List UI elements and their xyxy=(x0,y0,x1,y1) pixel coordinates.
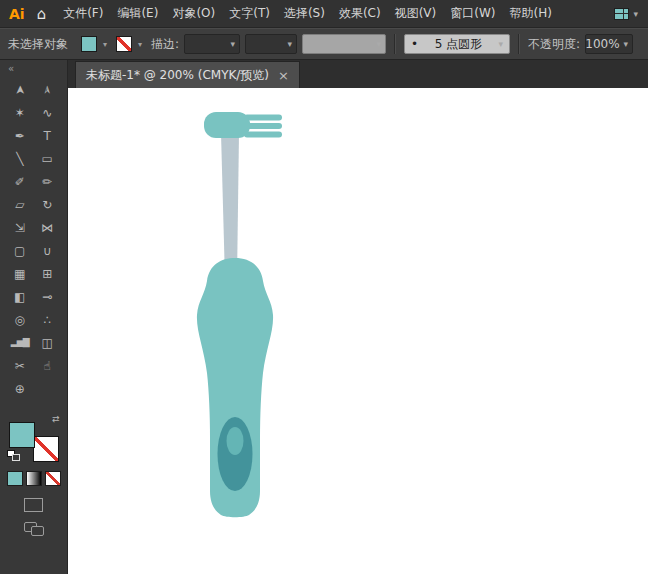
home-icon[interactable]: ⌂ xyxy=(35,5,57,23)
brush-definition-select[interactable]: • 5 点圆形 ▾ xyxy=(404,34,510,54)
none-button[interactable] xyxy=(45,471,61,486)
rectangle-tool[interactable]: ▭ xyxy=(34,147,62,170)
magic-wand-tool[interactable]: ✶ xyxy=(6,101,34,124)
screen-mode-front-icon xyxy=(31,526,44,536)
chevron-down-icon: ▾ xyxy=(633,9,638,19)
pen-tool[interactable]: ✒ xyxy=(6,124,34,147)
eraser-tool[interactable]: ▱ xyxy=(6,193,34,216)
zoom-tool[interactable]: ⊕ xyxy=(6,377,34,400)
workspace: « ➤ ➢ ✶ ∿ ✒ T ╲ ▭ ✐ ✏ ▱ ↻ ⇲ ⋈ ▢ ∪ ▦ ⊞ ◧ xyxy=(0,60,648,574)
line-segment-icon: ╲ xyxy=(16,153,23,165)
scale-icon: ⇲ xyxy=(15,222,25,234)
line-segment-tool[interactable]: ╲ xyxy=(6,147,34,170)
draw-normal-button[interactable] xyxy=(24,498,43,512)
default-fill-stroke-icon[interactable] xyxy=(7,450,20,461)
menu-object[interactable]: 对象(O) xyxy=(165,0,222,27)
canvas[interactable] xyxy=(68,88,648,574)
close-icon[interactable]: × xyxy=(278,69,289,82)
column-graph-tool[interactable]: ▂▅▇ xyxy=(6,331,34,354)
menu-edit[interactable]: 编辑(E) xyxy=(110,0,165,27)
selection-arrow-icon: ➤ xyxy=(14,84,26,94)
scale-tool[interactable]: ⇲ xyxy=(6,216,34,239)
swap-fill-stroke-icon[interactable]: ⇄ xyxy=(52,414,60,424)
hand-icon: ☝ xyxy=(44,360,51,372)
menu-type[interactable]: 文字(T) xyxy=(222,0,277,27)
eyedropper-icon: ⊸ xyxy=(42,291,52,303)
pencil-tool[interactable]: ✏ xyxy=(34,170,62,193)
type-tool[interactable]: T xyxy=(34,124,62,147)
tool-grid: ➤ ➢ ✶ ∿ ✒ T ╲ ▭ ✐ ✏ ▱ ↻ ⇲ ⋈ ▢ ∪ ▦ ⊞ ◧ ⊸ xyxy=(0,76,67,400)
power-button-inner[interactable] xyxy=(227,427,244,455)
paintbrush-tool[interactable]: ✐ xyxy=(6,170,34,193)
toothbrush-neck[interactable] xyxy=(221,133,239,280)
direct-selection-tool[interactable]: ➢ xyxy=(34,78,62,101)
eyedropper-tool[interactable]: ⊸ xyxy=(34,285,62,308)
menu-view[interactable]: 视图(V) xyxy=(388,0,444,27)
chevron-down-icon: ▾ xyxy=(624,39,629,49)
slice-tool[interactable]: ✂ xyxy=(6,354,34,377)
stroke-color-swatch[interactable] xyxy=(116,36,132,52)
variable-width-profile-select[interactable]: ▾ xyxy=(302,34,386,54)
symbol-sprayer-icon: ∴ xyxy=(43,314,51,326)
screen-mode-button[interactable] xyxy=(24,522,44,536)
chevron-down-icon: ▾ xyxy=(377,39,382,49)
menu-window[interactable]: 窗口(W) xyxy=(443,0,502,27)
artboard-tool[interactable]: ◫ xyxy=(34,331,62,354)
app-logo: Ai xyxy=(0,6,35,22)
chevron-down-icon: ▾ xyxy=(231,39,236,49)
free-transform-tool[interactable]: ▢ xyxy=(6,239,34,262)
gradient-button[interactable] xyxy=(26,471,42,486)
chevron-down-icon: ▾ xyxy=(288,39,293,49)
gradient-tool[interactable]: ◧ xyxy=(6,285,34,308)
control-bar: 未选择对象 ▾ ▾ 描边: ▾ ▾ ▾ • 5 点圆形 ▾ 不透明度: 100%… xyxy=(0,28,648,60)
gradient-icon: ◧ xyxy=(14,291,25,303)
width-tool[interactable]: ⋈ xyxy=(34,216,62,239)
hand-tool[interactable]: ☝ xyxy=(34,354,62,377)
opacity-select[interactable]: 100% ▾ xyxy=(585,34,633,54)
shape-builder-tool[interactable]: ∪ xyxy=(34,239,62,262)
menu-bar: Ai ⌂ 文件(F) 编辑(E) 对象(O) 文字(T) 选择(S) 效果(C)… xyxy=(0,0,648,28)
stroke-width-select[interactable]: ▾ xyxy=(184,34,240,54)
pen-icon: ✒ xyxy=(15,130,25,142)
width-icon: ⋈ xyxy=(41,222,53,234)
collapse-panel-icon[interactable]: « xyxy=(0,60,67,76)
stroke-profile-select[interactable]: ▾ xyxy=(245,34,297,54)
menu-effect[interactable]: 效果(C) xyxy=(332,0,388,27)
selection-tool[interactable]: ➤ xyxy=(6,78,34,101)
color-button[interactable] xyxy=(7,471,23,486)
eraser-icon: ▱ xyxy=(15,199,24,211)
direct-selection-arrow-icon: ➢ xyxy=(41,84,53,94)
fill-color-swatch[interactable] xyxy=(81,36,97,52)
divider xyxy=(518,34,520,54)
workspace-icon xyxy=(614,8,629,20)
perspective-grid-tool[interactable]: ▦ xyxy=(6,262,34,285)
workspace-switcher[interactable]: ▾ xyxy=(614,8,648,20)
brush-definition-value: 5 点圆形 xyxy=(435,36,482,53)
menu-file[interactable]: 文件(F) xyxy=(56,0,110,27)
tools-panel: « ➤ ➢ ✶ ∿ ✒ T ╲ ▭ ✐ ✏ ▱ ↻ ⇲ ⋈ ▢ ∪ ▦ ⊞ ◧ xyxy=(0,60,68,574)
rectangle-icon: ▭ xyxy=(42,153,53,165)
chevron-down-icon[interactable]: ▾ xyxy=(103,40,107,49)
rotate-icon: ↻ xyxy=(42,199,52,211)
lasso-tool[interactable]: ∿ xyxy=(34,101,62,124)
menu-select[interactable]: 选择(S) xyxy=(277,0,332,27)
blend-tool[interactable]: ◎ xyxy=(6,308,34,331)
magic-wand-icon: ✶ xyxy=(15,107,25,119)
slice-icon: ✂ xyxy=(15,360,25,372)
document-tab[interactable]: 未标题-1* @ 200% (CMYK/预览) × xyxy=(75,61,300,88)
mesh-tool[interactable]: ⊞ xyxy=(34,262,62,285)
menu-help[interactable]: 帮助(H) xyxy=(502,0,558,27)
toothbrush-head[interactable] xyxy=(204,112,250,138)
stroke-swatch[interactable] xyxy=(33,436,59,462)
color-mode-row xyxy=(0,471,67,486)
blend-icon: ◎ xyxy=(15,314,25,326)
document-tab-title: 未标题-1* @ 200% (CMYK/预览) xyxy=(86,67,269,84)
document-area: 未标题-1* @ 200% (CMYK/预览) × xyxy=(68,60,648,574)
artwork-toothbrush[interactable] xyxy=(68,88,648,574)
free-transform-icon: ▢ xyxy=(14,245,25,257)
mesh-icon: ⊞ xyxy=(42,268,52,280)
rotate-tool[interactable]: ↻ xyxy=(34,193,62,216)
symbol-sprayer-tool[interactable]: ∴ xyxy=(34,308,62,331)
chevron-down-icon[interactable]: ▾ xyxy=(138,40,142,49)
fill-swatch[interactable] xyxy=(9,422,35,448)
